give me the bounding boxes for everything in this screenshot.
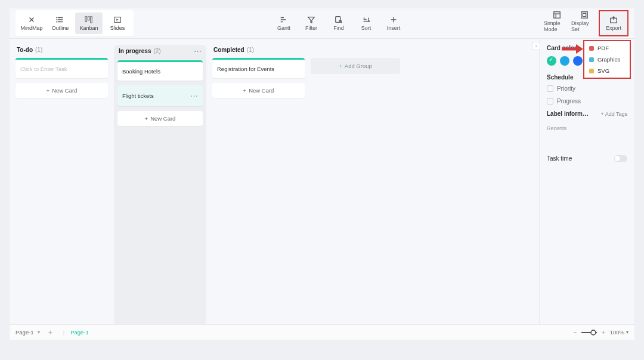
plus-icon: + [47, 87, 50, 94]
view-slides-button[interactable]: Slides [104, 13, 131, 34]
export-button[interactable]: Export [600, 12, 627, 35]
zoom-out-button[interactable]: − [574, 329, 577, 336]
view-mindmap-label: MindMap [20, 25, 42, 31]
column-title: To-do [17, 47, 33, 53]
panel-collapse-button[interactable]: › [532, 42, 540, 50]
column-more-button[interactable]: ⋯ [194, 47, 202, 56]
display-set-label: Display Set [571, 20, 597, 32]
svg-point-3 [56, 21, 57, 23]
new-card-button-todo[interactable]: +New Card [16, 83, 108, 98]
export-label: Export [606, 25, 621, 31]
find-icon [335, 16, 343, 24]
gantt-button[interactable]: Gantt [271, 12, 297, 35]
checkbox-icon [547, 85, 553, 92]
slides-icon [113, 16, 122, 24]
find-button[interactable]: Find [326, 12, 352, 35]
task-time-row: Task time [547, 155, 627, 162]
svg-point-15 [591, 330, 596, 335]
plus-icon: + [243, 87, 247, 94]
app-window: MindMap Outline Kanban Slides Gantt [10, 8, 634, 340]
filter-button[interactable]: Filter [298, 12, 324, 35]
recents-label: Recents [547, 125, 627, 131]
center-toolbar: Gantt Filter Find Sort Insert [271, 12, 407, 35]
column-count: (1) [247, 47, 254, 53]
zoom-level-dropdown[interactable]: 100% ▾ [610, 329, 628, 336]
dropdown-icon: ▾ [38, 330, 40, 335]
label-info-title: Label inform… [547, 110, 589, 117]
svg-rect-12 [583, 13, 586, 16]
filter-icon [307, 16, 315, 24]
add-group-button[interactable]: +Add Group [311, 58, 400, 74]
column-count: (2) [153, 48, 160, 54]
page-selector[interactable]: Page-1 ▾ + | Page-1 [16, 328, 89, 337]
column-todo: To-do (1) Click to Enter Task +New Card [16, 45, 108, 324]
new-card-label: New Card [249, 87, 274, 94]
color-swatch-blue[interactable] [573, 56, 583, 66]
add-page-button[interactable]: + [48, 328, 52, 337]
svg-rect-6 [91, 17, 92, 23]
zoom-level-label: 100% [610, 329, 624, 336]
pdf-icon [589, 46, 594, 51]
new-card-button-inprogress[interactable]: +New Card [117, 111, 203, 126]
right-panel: › PDF Graphics SVG Car [539, 39, 634, 324]
mindmap-icon [27, 16, 36, 24]
view-outline-button[interactable]: Outline [47, 13, 74, 34]
graphics-icon [589, 57, 594, 62]
progress-checkbox-row[interactable]: Progress [547, 98, 627, 104]
add-tags-button[interactable]: + Add Tags [600, 111, 627, 117]
task-time-toggle[interactable] [614, 155, 627, 162]
dropdown-icon: ▾ [626, 330, 628, 335]
plus-icon: + [339, 63, 342, 69]
color-swatch-lightblue[interactable] [560, 56, 569, 66]
card-registration-events[interactable]: Registration for Events [212, 58, 305, 78]
card-title: Flight tickets [122, 93, 154, 99]
export-option-graphics[interactable]: Graphics [584, 54, 630, 65]
card-placeholder[interactable]: Click to Enter Task [16, 60, 108, 78]
page-select-label: Page-1 [16, 329, 34, 336]
view-kanban-button[interactable]: Kanban [75, 13, 103, 34]
display-set-button[interactable]: Display Set [571, 10, 597, 33]
export-highlight-frame: Export [599, 10, 628, 36]
card-more-button[interactable]: ⋯ [190, 91, 198, 100]
export-option-label: PDF [597, 45, 609, 51]
export-icon [609, 16, 618, 24]
plus-icon: + [145, 115, 148, 122]
new-card-button-completed[interactable]: +New Card [212, 83, 305, 98]
insert-button[interactable]: Insert [380, 12, 407, 35]
sort-button[interactable]: Sort [353, 12, 379, 35]
footer-bar: Page-1 ▾ + | Page-1 − + 100% ▾ [10, 324, 634, 340]
export-option-label: SVG [597, 67, 609, 74]
export-dropdown: PDF Graphics SVG [583, 40, 631, 79]
zoom-in-button[interactable]: + [602, 329, 605, 336]
color-swatch-teal[interactable] [547, 56, 556, 66]
checkbox-icon [547, 98, 553, 104]
export-option-svg[interactable]: SVG [584, 65, 630, 76]
gantt-icon [280, 16, 288, 24]
card-booking-hotels[interactable]: Booking Hotels [117, 60, 203, 81]
priority-checkbox-row[interactable]: Priority [547, 85, 627, 92]
page-tab-active[interactable]: Page-1 [70, 329, 89, 336]
card-flight-tickets[interactable]: Flight tickets ⋯ [117, 85, 203, 106]
display-set-icon [580, 11, 589, 19]
simple-mode-button[interactable]: Simple Mode [544, 10, 570, 33]
sort-icon [362, 16, 370, 24]
svg-rect-10 [554, 12, 561, 19]
progress-label: Progress [557, 98, 581, 104]
find-label: Find [333, 25, 344, 31]
right-toolbar: Simple Mode Display Set Export [544, 10, 628, 36]
column-header-todo: To-do (1) [16, 45, 108, 58]
card-todo-empty[interactable]: Click to Enter Task [16, 58, 108, 78]
zoom-slider[interactable] [581, 330, 597, 336]
add-group-column: +Add Group [311, 45, 400, 324]
svg-point-2 [56, 19, 57, 20]
card-title: Registration for Events [212, 60, 305, 78]
view-mindmap-button[interactable]: MindMap [18, 13, 45, 34]
add-group-label: Add Group [345, 63, 372, 69]
kanban-icon [85, 16, 93, 24]
top-toolbar: MindMap Outline Kanban Slides Gantt [10, 8, 634, 39]
svg-rect-11 [581, 12, 588, 19]
view-switcher: MindMap Outline Kanban Slides [16, 10, 134, 36]
export-option-pdf[interactable]: PDF [584, 42, 630, 54]
column-title: Completed [213, 47, 244, 53]
insert-label: Insert [387, 25, 401, 31]
